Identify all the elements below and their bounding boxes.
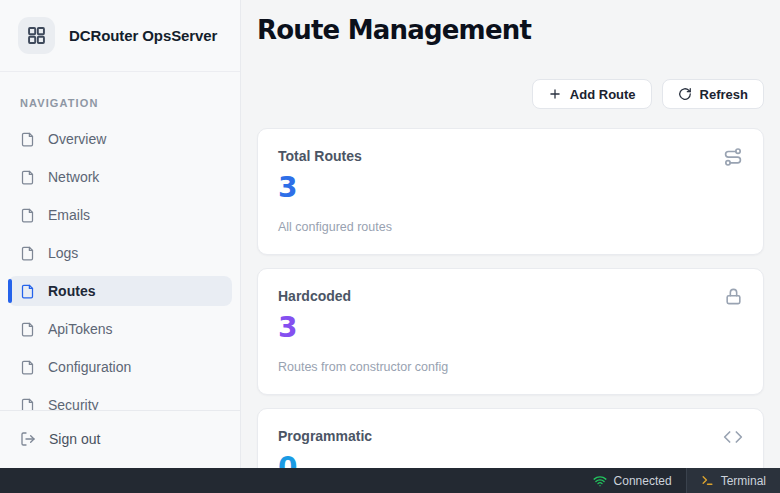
sidebar-item-label: Network [48,169,99,185]
code-icon [723,427,743,447]
sidebar-item-apitokens[interactable]: ApiTokens [8,314,232,344]
file-icon [20,246,35,261]
sidebar-item-network[interactable]: Network [8,162,232,192]
file-icon [20,360,35,375]
main-content: Route Management Add Route Refresh Total… [241,0,780,468]
add-route-button[interactable]: Add Route [532,79,652,109]
toolbar: Add Route Refresh [257,79,764,109]
card-title: Hardcoded [278,288,743,304]
active-accent-bar [8,279,12,303]
sidebar-item-emails[interactable]: Emails [8,200,232,230]
refresh-label: Refresh [700,87,748,102]
file-icon [20,170,35,185]
file-icon [20,208,35,223]
add-route-label: Add Route [570,87,636,102]
page-title: Route Management [257,14,764,46]
log-out-icon [20,431,36,447]
card-title: Programmatic [278,428,743,444]
nav-section-label: NAVIGATION [20,97,232,109]
stat-cards: Total Routes 3 All configured routes Har… [257,128,764,468]
sidebar-item-label: Emails [48,207,90,223]
sign-out-button[interactable]: Sign out [8,424,232,454]
refresh-button[interactable]: Refresh [662,79,764,109]
sidebar-item-label: Overview [48,131,106,147]
file-icon [20,322,35,337]
card-programmatic: Programmatic 0 [257,408,764,468]
connection-status: Connected [579,468,686,493]
file-icon [20,284,35,299]
sidebar-header: DCRouter OpsServer [0,0,240,72]
sidebar-item-label: Configuration [48,359,131,375]
sidebar-item-label: ApiTokens [48,321,113,337]
refresh-icon [678,87,692,101]
sidebar-item-label: Logs [48,245,78,261]
file-icon [20,132,35,147]
terminal-label: Terminal [721,474,766,488]
card-title: Total Routes [278,148,743,164]
lock-icon [724,287,743,306]
sidebar-item-routes[interactable]: Routes [8,276,232,306]
app-window: DCRouter OpsServer NAVIGATION Overview N… [0,0,780,493]
card-value: 3 [278,173,743,203]
sidebar-item-logs[interactable]: Logs [8,238,232,268]
card-subtitle: Routes from constructor config [278,360,743,374]
connection-status-label: Connected [614,474,672,488]
plus-icon [548,87,562,101]
status-bar: Connected Terminal [0,468,780,493]
terminal-icon [701,474,714,487]
wifi-icon [593,474,607,488]
card-value: 0 [278,453,743,468]
sidebar-item-label: Security [48,397,99,410]
file-icon [20,398,35,411]
sidebar-item-security[interactable]: Security [8,390,232,410]
terminal-button[interactable]: Terminal [687,468,780,493]
card-subtitle: All configured routes [278,220,743,234]
card-hardcoded: Hardcoded 3 Routes from constructor conf… [257,268,764,395]
sign-out-label: Sign out [49,431,100,447]
sidebar-item-configuration[interactable]: Configuration [8,352,232,382]
brand-title: DCRouter OpsServer [69,27,217,44]
sidebar-footer: Sign out [0,410,240,468]
grid-icon [18,17,55,54]
card-total-routes: Total Routes 3 All configured routes [257,128,764,255]
sidebar-item-overview[interactable]: Overview [8,124,232,154]
sidebar: DCRouter OpsServer NAVIGATION Overview N… [0,0,241,468]
route-icon [723,147,743,167]
card-value: 3 [278,313,743,343]
sidebar-nav: NAVIGATION Overview Network Emails Logs … [0,72,240,410]
sidebar-item-label: Routes [48,283,95,299]
